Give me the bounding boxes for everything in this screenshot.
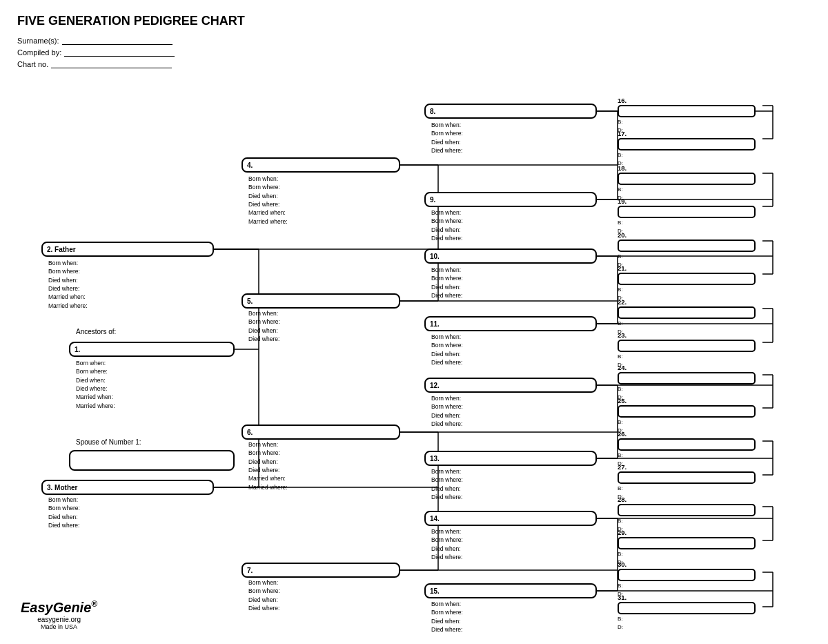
person-6-box: 6. — [241, 425, 400, 440]
person-11-num: 11. — [430, 320, 440, 328]
person-18-box — [618, 173, 756, 185]
person-8-num: 8. — [430, 108, 435, 115]
person-4-info: Born when:Born where:Died when:Died wher… — [248, 175, 288, 226]
chart-area: 1. Born when:Born where:Died when:Died w… — [14, 41, 821, 623]
person-3-box: 3. Mother — [41, 480, 214, 495]
person-26-box — [618, 438, 756, 451]
page-title: FIVE GENERATION PEDIGREE CHART — [17, 14, 811, 28]
person-1-info: Born when:Born where:Died when:Died wher… — [76, 359, 115, 410]
page: FIVE GENERATION PEDIGREE CHART Surname(s… — [0, 0, 828, 644]
person-15-info: Born when:Born where:Died when:Died wher… — [431, 600, 463, 634]
person-3-info: Born when:Born where:Died when:Died wher… — [48, 496, 80, 529]
logo-brand: EasyGenie® — [21, 599, 97, 616]
person-6-info: Born when:Born where:Died when:Died wher… — [248, 440, 288, 491]
ancestors-label: Ancestors of: — [76, 328, 116, 335]
person-25-box — [618, 405, 756, 418]
logo-area: EasyGenie® easygenie.org Made in USA — [21, 599, 97, 630]
person-30-group: 30. B:D: — [618, 560, 756, 598]
person-4-num: 4. — [247, 162, 253, 169]
person-24-box — [618, 372, 756, 384]
person-21-group: 21. B:D: — [618, 264, 756, 302]
person-25-num: 25. — [618, 397, 756, 404]
person-23-num: 23. — [618, 331, 756, 339]
person-16-box — [618, 105, 756, 117]
person-11-info: Born when:Born where:Died when:Died wher… — [431, 333, 463, 367]
person-3-num: 3. Mother — [47, 484, 77, 491]
person-12-box: 12. — [424, 378, 597, 393]
person-28-num: 28. — [618, 496, 756, 503]
person-7-num: 7. — [247, 567, 253, 574]
person-9-num: 9. — [430, 196, 435, 204]
person-30-num: 30. — [618, 560, 756, 568]
person-11-box: 11. — [424, 316, 597, 331]
person-22-box — [618, 306, 756, 319]
person-26-group: 26. B:D: — [618, 430, 756, 468]
person-18-group: 18. B:D: — [618, 164, 756, 202]
spouse-box — [69, 450, 235, 471]
person-10-info: Born when:Born where:Died when:Died wher… — [431, 266, 463, 300]
person-4-box: 4. — [241, 157, 400, 173]
person-14-info: Born when:Born where:Died when:Died wher… — [431, 527, 463, 561]
person-29-box — [618, 537, 756, 549]
person-13-box: 13. — [424, 451, 597, 466]
person-31-bd: B:D: — [618, 615, 756, 632]
person-17-group: 17. B:D: — [618, 130, 756, 168]
person-31-box — [618, 602, 756, 614]
person-1-num: 1. — [75, 346, 80, 353]
person-27-box — [618, 471, 756, 484]
person-5-box: 5. — [241, 293, 400, 309]
person-23-box — [618, 340, 756, 352]
person-6-num: 6. — [247, 429, 253, 436]
person-16-group: 16. B:D: — [618, 97, 756, 135]
person-21-box — [618, 273, 756, 285]
person-31-group: 31. B:D: — [618, 594, 756, 632]
person-24-num: 24. — [618, 364, 756, 371]
logo-made: Made in USA — [21, 623, 97, 630]
person-28-group: 28. B:D: — [618, 496, 756, 534]
person-20-group: 20. B:D: — [618, 231, 756, 269]
person-14-num: 14. — [430, 515, 440, 523]
person-22-group: 22. B:D: — [618, 298, 756, 336]
person-30-box — [618, 569, 756, 581]
person-2-info: Born when:Born where:Died when:Died wher… — [48, 259, 88, 310]
person-10-num: 10. — [430, 253, 440, 260]
person-10-box: 10. — [424, 248, 597, 264]
person-29-num: 29. — [618, 529, 756, 536]
person-2-box: 2. Father — [41, 242, 214, 257]
person-12-num: 12. — [430, 382, 440, 389]
person-31-num: 31. — [618, 594, 756, 601]
person-7-box: 7. — [241, 563, 400, 578]
person-26-num: 26. — [618, 430, 756, 438]
person-13-info: Born when:Born where:Died when:Died wher… — [431, 467, 463, 501]
person-20-box — [618, 240, 756, 252]
person-18-num: 18. — [618, 164, 756, 172]
person-25-group: 25. B:D: — [618, 397, 756, 435]
person-19-group: 19. B:D: — [618, 197, 756, 235]
person-19-num: 19. — [618, 197, 756, 205]
person-15-box: 15. — [424, 583, 597, 598]
person-2-num: 2. Father — [47, 246, 76, 253]
person-14-box: 14. — [424, 511, 597, 526]
logo-url: easygenie.org — [21, 616, 97, 623]
person-16-num: 16. — [618, 97, 756, 104]
person-1-box: 1. — [69, 342, 235, 357]
person-12-info: Born when:Born where:Died when:Died wher… — [431, 394, 463, 428]
person-21-num: 21. — [618, 264, 756, 272]
person-17-box — [618, 138, 756, 150]
person-17-num: 17. — [618, 130, 756, 137]
person-9-box: 9. — [424, 192, 597, 207]
person-20-num: 20. — [618, 231, 756, 239]
person-8-info: Born when:Born where:Died when:Died wher… — [431, 121, 463, 155]
person-13-num: 13. — [430, 455, 440, 462]
person-22-num: 22. — [618, 298, 756, 306]
person-28-box — [618, 504, 756, 516]
spouse-label: Spouse of Number 1: — [76, 438, 141, 446]
logo-reg: ® — [91, 599, 97, 609]
person-24-group: 24. B:D: — [618, 364, 756, 402]
person-9-info: Born when:Born where:Died when:Died wher… — [431, 208, 463, 242]
person-19-box — [618, 206, 756, 218]
person-7-info: Born when:Born where:Died when:Died wher… — [248, 578, 280, 612]
person-15-num: 15. — [430, 587, 440, 595]
person-27-num: 27. — [618, 463, 756, 471]
person-5-info: Born when:Born where:Died when:Died wher… — [248, 309, 280, 343]
